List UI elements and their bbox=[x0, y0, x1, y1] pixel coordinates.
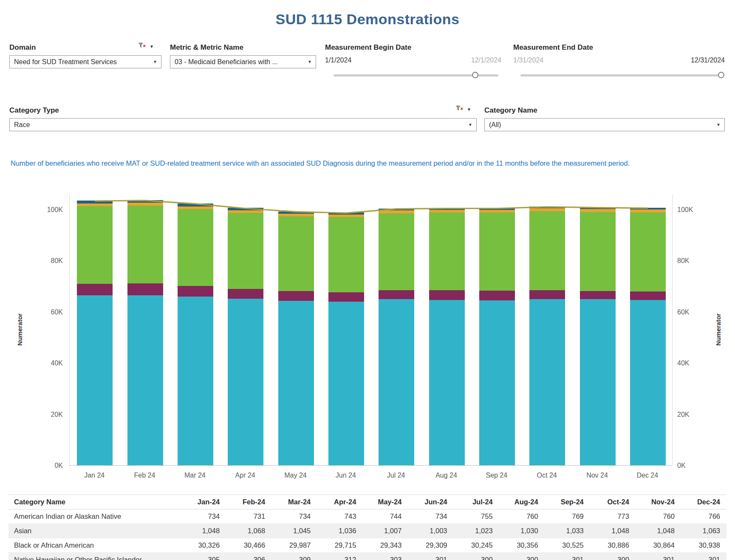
end-date-slider[interactable] bbox=[520, 71, 724, 79]
table-header-category: Category Name bbox=[8, 498, 181, 506]
bar-segment-teal[interactable] bbox=[529, 299, 565, 465]
stacked-bar[interactable] bbox=[127, 200, 163, 465]
chevron-down-icon: ▼ bbox=[308, 60, 312, 64]
value-cell: 300 bbox=[590, 556, 636, 560]
bar-segment-green[interactable] bbox=[278, 216, 314, 291]
value-cell: 29,309 bbox=[408, 541, 453, 549]
bar-segment-teal[interactable] bbox=[127, 295, 163, 465]
value-cell: 303 bbox=[362, 556, 408, 560]
category-name-cell: Black or African American bbox=[8, 541, 181, 549]
bar-segment-green[interactable] bbox=[77, 206, 113, 283]
domain-dropdown[interactable]: Need for SUD Treatment Services ▼ bbox=[9, 55, 161, 68]
bar-segment-dark-blue[interactable] bbox=[178, 204, 213, 206]
value-cell: 1,003 bbox=[408, 527, 453, 535]
category-name-dropdown[interactable]: (All) ▼ bbox=[484, 118, 725, 131]
table-row[interactable]: Black or African American30,32630,46629,… bbox=[8, 538, 727, 553]
bar-segment-green[interactable] bbox=[630, 212, 666, 291]
bar-segment-maroon[interactable] bbox=[529, 290, 565, 299]
chevron-down-icon: ▼ bbox=[468, 123, 472, 127]
stacked-bar[interactable] bbox=[379, 209, 414, 465]
begin-date-slider[interactable] bbox=[334, 71, 498, 79]
bar-segment-teal[interactable] bbox=[630, 300, 666, 465]
metric-dropdown-value: 03 - Medicaid Beneficiaries with ... bbox=[175, 58, 278, 66]
category-name-cell: American Indian or Alaskan Native bbox=[8, 512, 181, 520]
value-cell: 1,048 bbox=[181, 527, 226, 535]
bar-segment-maroon[interactable] bbox=[178, 286, 213, 297]
x-axis-tick-label: Jan 24 bbox=[69, 472, 119, 479]
bar-segment-green[interactable] bbox=[529, 211, 565, 290]
stacked-bar[interactable] bbox=[178, 204, 213, 465]
bar-segment-green[interactable] bbox=[379, 213, 414, 291]
stacked-bar[interactable] bbox=[429, 208, 465, 465]
end-date-label: Measurement End Date bbox=[513, 43, 593, 52]
bar-segment-teal[interactable] bbox=[379, 299, 414, 465]
value-cell: 769 bbox=[545, 512, 590, 520]
bar-segment-teal[interactable] bbox=[77, 295, 113, 465]
y-axis-tick-label: 80K bbox=[677, 257, 703, 265]
table-row[interactable]: Asian1,0481,0681,0451,0361,0071,0031,023… bbox=[8, 524, 727, 538]
bar-segment-teal[interactable] bbox=[178, 297, 213, 465]
bar-segment-maroon[interactable] bbox=[278, 291, 314, 301]
end-date-slider-track[interactable] bbox=[520, 74, 724, 76]
bar-segment-teal[interactable] bbox=[328, 302, 364, 465]
bar-segment-maroon[interactable] bbox=[228, 289, 263, 299]
bar-segment-teal[interactable] bbox=[479, 300, 515, 465]
table-row[interactable]: American Indian or Alaskan Native7347317… bbox=[8, 509, 727, 524]
stacked-bar[interactable] bbox=[630, 208, 666, 465]
table-header-month: Nov-24 bbox=[636, 498, 681, 506]
table-header-month: Apr-24 bbox=[317, 498, 362, 506]
stacked-bar[interactable] bbox=[278, 212, 314, 465]
chevron-down-icon[interactable]: ▼ bbox=[467, 107, 471, 112]
begin-date-slider-handle[interactable] bbox=[472, 72, 478, 78]
chevron-down-icon[interactable]: ▼ bbox=[150, 44, 154, 49]
table-row[interactable]: Native Hawaiian or Other Pacific Islande… bbox=[8, 553, 727, 560]
stacked-bar[interactable] bbox=[228, 208, 263, 465]
bar-segment-teal[interactable] bbox=[278, 301, 314, 465]
bar-segment-maroon[interactable] bbox=[630, 291, 666, 300]
bar-segment-green[interactable] bbox=[479, 212, 515, 291]
x-axis-tick-label: Apr 24 bbox=[220, 472, 270, 479]
bar-segment-maroon[interactable] bbox=[479, 291, 515, 300]
filter-clear-icon[interactable] bbox=[455, 105, 463, 113]
bar-segment-maroon[interactable] bbox=[328, 292, 364, 302]
bar-segment-teal[interactable] bbox=[429, 300, 465, 465]
begin-date-end: 12/1/2024 bbox=[471, 57, 501, 64]
stacked-bar[interactable] bbox=[529, 206, 565, 465]
bar-segment-maroon[interactable] bbox=[127, 283, 163, 295]
value-cell: 755 bbox=[454, 512, 499, 520]
end-date-slider-handle[interactable] bbox=[718, 72, 724, 78]
bar-segment-maroon[interactable] bbox=[77, 284, 113, 295]
bar-segment-dark-blue[interactable] bbox=[77, 201, 113, 204]
bar-segment-green[interactable] bbox=[178, 209, 213, 286]
table-header-month: Dec-24 bbox=[681, 498, 727, 506]
metric-dropdown[interactable]: 03 - Medicaid Beneficiaries with ... ▼ bbox=[170, 55, 316, 68]
bar-segment-maroon[interactable] bbox=[580, 291, 616, 299]
bar-segment-maroon[interactable] bbox=[379, 290, 414, 299]
bar-segment-green[interactable] bbox=[580, 212, 616, 291]
category-type-filter-controls[interactable]: ▼ bbox=[455, 105, 471, 113]
stacked-bar[interactable] bbox=[77, 201, 113, 465]
category-type-dropdown[interactable]: Race ▼ bbox=[9, 118, 477, 131]
stacked-bar[interactable] bbox=[580, 207, 616, 465]
value-cell: 1,045 bbox=[271, 527, 317, 535]
bar-segment-green[interactable] bbox=[228, 213, 263, 289]
filter-clear-icon[interactable] bbox=[138, 42, 146, 51]
value-cell: 1,030 bbox=[499, 527, 545, 535]
value-cell: 300 bbox=[454, 556, 499, 560]
stacked-bar[interactable] bbox=[479, 208, 515, 465]
bar-segment-green[interactable] bbox=[429, 212, 465, 290]
bar-segment-green[interactable] bbox=[328, 217, 364, 292]
bar-segment-maroon[interactable] bbox=[429, 290, 465, 300]
begin-date-label: Measurement Begin Date bbox=[325, 43, 411, 52]
metric-label: Metric & Metric Name bbox=[170, 43, 243, 52]
sud-dashboard: SUD 1115 Demonstrations Domain ▼ Need fo… bbox=[0, 0, 735, 560]
x-axis: Jan 24Feb 24Mar 24Apr 24May 24Jun 24Jul … bbox=[69, 472, 673, 481]
bar-segment-green[interactable] bbox=[127, 206, 163, 284]
value-cell: 301 bbox=[636, 556, 681, 560]
domain-filter-controls[interactable]: ▼ bbox=[138, 42, 154, 51]
bar-segment-teal[interactable] bbox=[228, 299, 263, 465]
bar-segment-teal[interactable] bbox=[580, 299, 616, 465]
stacked-bar[interactable] bbox=[328, 212, 364, 465]
x-axis-tick-label: Mar 24 bbox=[170, 472, 220, 479]
begin-date-range: 1/1/2024 12/1/2024 bbox=[325, 57, 501, 64]
